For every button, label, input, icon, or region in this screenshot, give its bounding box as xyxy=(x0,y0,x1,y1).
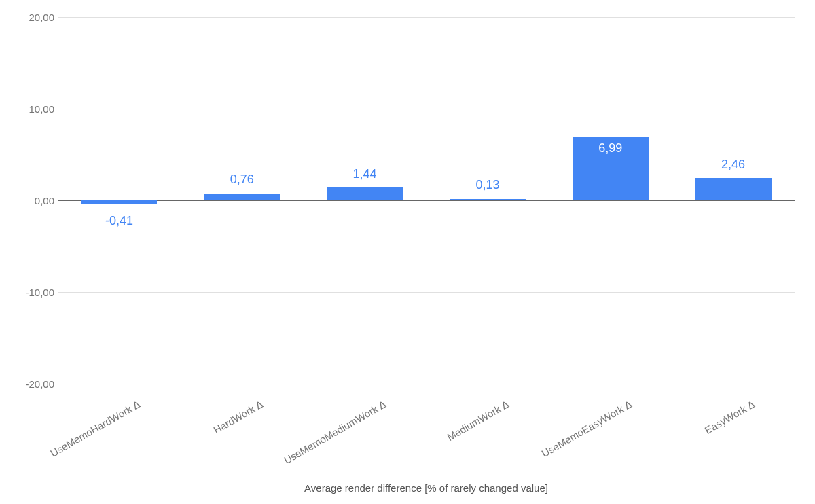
bar-value-label: 1,44 xyxy=(353,167,377,181)
bars-container: -0,41 0,76 1,44 0,13 6,99 xyxy=(58,17,795,384)
bar-slot: 0,76 xyxy=(181,17,304,384)
bar xyxy=(695,178,772,200)
plot-area: -0,41 0,76 1,44 0,13 6,99 xyxy=(58,17,795,384)
bar xyxy=(204,194,280,200)
bar-slot: 2,46 xyxy=(672,17,795,384)
bar-slot: 6,99 xyxy=(549,17,672,384)
y-tick-label: 10,00 xyxy=(7,103,54,115)
bar xyxy=(327,187,403,200)
y-tick-label: -20,00 xyxy=(7,378,54,390)
bar-value-label: 0,13 xyxy=(475,178,499,192)
x-axis-label: Average render difference [% of rarely c… xyxy=(58,482,795,494)
x-tick-label: UseMemoHardWork Δ xyxy=(31,398,142,469)
bar-chart: 20,00 10,00 0,00 -10,00 -20,00 -0,41 0,7… xyxy=(0,0,815,504)
y-tick-label: 0,00 xyxy=(7,195,54,206)
bar-value-label: 0,76 xyxy=(230,173,254,187)
x-tick-label: EasyWork Δ xyxy=(645,398,756,469)
y-tick-label: 20,00 xyxy=(7,12,54,23)
bar-slot: -0,41 xyxy=(58,17,181,384)
x-tick-label: UseMemoEasyWork Δ xyxy=(522,398,634,469)
y-tick-label: -10,00 xyxy=(7,287,54,298)
bar-value-label: 6,99 xyxy=(598,141,622,156)
bar-value-label: 2,46 xyxy=(721,158,745,172)
gridline xyxy=(58,384,795,384)
bar xyxy=(81,200,157,204)
bar-value-label: -0,41 xyxy=(105,214,133,228)
bar-slot: 1,44 xyxy=(304,17,427,384)
bar xyxy=(450,199,526,200)
bar-slot: 0,13 xyxy=(427,17,549,384)
x-tick-label: UseMemoMediumWork Δ xyxy=(276,398,388,469)
x-tick-label: HardWork Δ xyxy=(153,398,265,469)
x-tick-label: MediumWork Δ xyxy=(399,398,511,469)
